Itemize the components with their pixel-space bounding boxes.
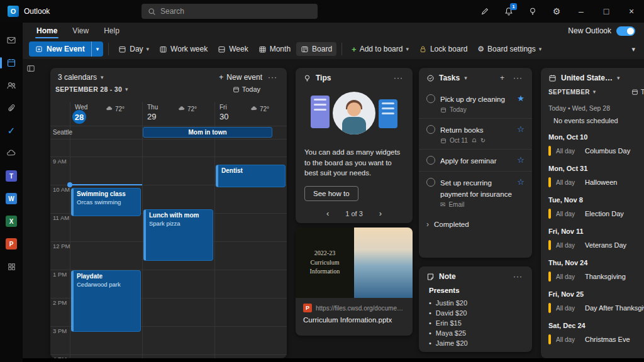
view-week-button[interactable]: Week	[213, 42, 252, 56]
agenda-today-button[interactable]: Today	[631, 88, 644, 96]
agenda-event[interactable]: All day Columbus Day	[548, 146, 644, 156]
view-month-button[interactable]: Month	[254, 42, 295, 56]
agenda-month-dropdown[interactable]: SEPTEMBER	[548, 89, 590, 96]
task-checkbox[interactable]	[426, 94, 435, 103]
day-number[interactable]: 29	[147, 112, 156, 121]
star-filled-icon[interactable]: ★	[517, 94, 525, 102]
agenda-widget: United State… ▾ SEPTEMBER ▾ Today Today …	[541, 68, 644, 358]
note-widget[interactable]: Note ··· Presents •Justin $20 •David $20…	[419, 266, 532, 352]
grid-line	[50, 156, 287, 157]
rail-more-apps-button[interactable]	[0, 255, 23, 278]
task-row[interactable]: Pick up dry cleaning Today ★	[419, 88, 532, 119]
rail-onedrive-button[interactable]	[0, 142, 23, 165]
agenda-date: Mon, Oct 10	[548, 133, 644, 141]
calendar-event-playdate[interactable]: Playdate Cedarwood park	[71, 270, 141, 332]
agenda-today-line: Today • Wed, Sep 28	[548, 104, 644, 112]
notifications-button[interactable]: 1	[497, 0, 521, 23]
board-settings-button[interactable]: ⚙ Board settings▾	[473, 42, 546, 56]
toolbar-divider	[341, 43, 342, 55]
star-empty-icon[interactable]: ☆	[517, 156, 525, 164]
weather-thu: 72°	[178, 105, 197, 112]
tips-more-button[interactable]: ···	[392, 74, 405, 82]
date-range-dropdown[interactable]: SEPTEMBER 28 - 30	[55, 85, 122, 93]
gear-icon: ⚙	[477, 45, 484, 53]
time-label: 2 PM	[53, 299, 67, 306]
close-button[interactable]: ×	[619, 0, 644, 23]
file-url-link[interactable]: https://files.cwsd.org/documents/...	[316, 305, 405, 312]
rail-people-button[interactable]	[0, 74, 23, 97]
calendar-event-lunch[interactable]: Lunch with mom Spark pizza	[143, 209, 213, 261]
task-checkbox[interactable]	[426, 156, 435, 165]
task-row[interactable]: Apply for seminar ☆	[419, 150, 532, 172]
chevron-down-icon: ▾	[617, 75, 620, 81]
note-content[interactable]: Presents •Justin $20 •David $20 •Erin $1…	[419, 287, 532, 348]
agenda-event[interactable]: All day Halloween	[548, 177, 644, 187]
agenda-event[interactable]: All day Veterans Day	[548, 240, 644, 250]
calendar-more-button[interactable]: ···	[266, 73, 279, 82]
rail-excel-button[interactable]: X	[0, 210, 23, 233]
note-more-button[interactable]: ···	[511, 272, 525, 281]
rail-todo-button[interactable]: ✓	[0, 119, 23, 142]
today-date-badge[interactable]: 28	[72, 110, 86, 124]
task-checkbox[interactable]	[426, 125, 435, 134]
view-work-week-button[interactable]: Work week	[155, 42, 212, 56]
agenda-event[interactable]: All day Election Day	[548, 209, 644, 219]
agenda-calendar-dropdown[interactable]: United State…	[561, 74, 613, 82]
new-outlook-switch-group: New Outlook	[568, 23, 635, 39]
calendar-today-button[interactable]: Today	[233, 85, 260, 93]
toolbar-overflow-button[interactable]: ▾	[631, 45, 638, 53]
agenda-event[interactable]: All day Thanksgiving	[548, 272, 644, 282]
collapse-pane-icon[interactable]	[26, 64, 35, 73]
tips-prev-button[interactable]: ‹	[326, 209, 329, 218]
rail-mail-button[interactable]	[0, 29, 23, 52]
all-day-event[interactable]: Mom in town	[143, 127, 272, 138]
search-bar[interactable]	[142, 4, 318, 19]
tab-help[interactable]: Help	[96, 23, 127, 39]
add-task-button[interactable]: +	[498, 74, 507, 82]
task-checkbox[interactable]	[426, 178, 435, 187]
file-name[interactable]: Curriculum Information.pptx	[296, 314, 413, 326]
star-empty-icon[interactable]: ☆	[517, 178, 525, 186]
titlebar-actions: 1 ⚙ – □ ×	[473, 0, 644, 23]
new-event-button[interactable]: New Event ▾	[29, 41, 103, 57]
tab-home[interactable]: Home	[29, 23, 65, 39]
maximize-button[interactable]: □	[594, 0, 619, 23]
titlebar: O Outlook 1 ⚙ – □ ×	[0, 0, 644, 23]
time-label: 10 AM	[53, 186, 70, 193]
settings-gear-button[interactable]: ⚙	[545, 0, 569, 23]
tab-view[interactable]: View	[65, 23, 96, 39]
task-row[interactable]: Return books Oct 11 ↻ ☆	[419, 119, 532, 150]
calendar-event-dentist[interactable]: Dentist	[216, 165, 286, 187]
tasks-title[interactable]: Tasks	[439, 74, 460, 82]
task-row[interactable]: Set up recurring payment for insurance ✉…	[419, 172, 532, 213]
tips-bulb-button[interactable]	[521, 0, 545, 23]
search-input[interactable]	[160, 7, 311, 16]
calendar-grid[interactable]: Wed 28 72° Thu 29 72° Fri 30 72°	[50, 102, 287, 358]
view-board-button[interactable]: Board	[296, 42, 336, 56]
add-to-board-button[interactable]: + Add to board▾	[347, 42, 413, 57]
completed-section-toggle[interactable]: › Completed	[419, 213, 532, 236]
calendar-event-swimming[interactable]: Swimming class Orcas swimming	[71, 188, 141, 216]
agenda-event[interactable]: All day Christmas Eve	[548, 334, 644, 344]
rail-powerpoint-button[interactable]: P	[0, 233, 23, 255]
lock-board-button[interactable]: Lock board	[414, 42, 472, 56]
rail-teams-button[interactable]: T	[0, 165, 23, 187]
calendar-count-dropdown[interactable]: 3 calendars	[58, 73, 97, 82]
star-empty-icon[interactable]: ☆	[517, 125, 525, 133]
day-number[interactable]: 30	[219, 112, 228, 121]
minimize-button[interactable]: –	[569, 0, 594, 23]
tasks-more-button[interactable]: ···	[511, 74, 525, 82]
board-canvas[interactable]: 3 calendars ▾ +New event ··· SEPTEMBER 2…	[23, 59, 644, 358]
file-link-widget[interactable]: 2022-23 Curriculum Information P https:/…	[296, 228, 413, 336]
rail-calendar-button[interactable]	[0, 52, 23, 74]
calendar-new-event-button[interactable]: +New event	[219, 73, 262, 82]
new-outlook-toggle[interactable]	[616, 26, 635, 36]
agenda-event[interactable]: All day Day After Thanksgiving	[548, 303, 644, 313]
see-how-to-button[interactable]: See how to	[304, 186, 358, 201]
new-event-dropdown[interactable]: ▾	[91, 41, 104, 57]
tips-next-button[interactable]: ›	[379, 209, 382, 218]
view-day-button[interactable]: Day▾	[114, 42, 153, 56]
rail-attachments-button[interactable]	[0, 97, 23, 119]
signature-pen-button[interactable]	[473, 0, 497, 23]
rail-word-button[interactable]: W	[0, 187, 23, 210]
